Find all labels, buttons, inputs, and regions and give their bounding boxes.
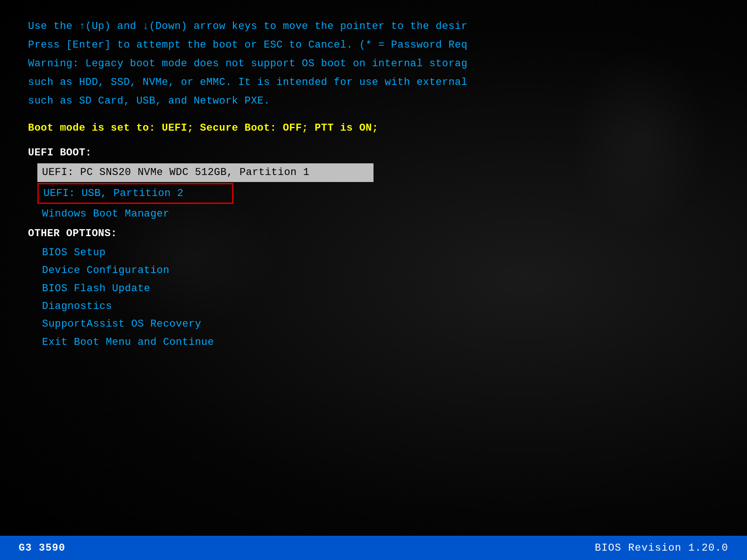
other-options-section: OTHER OPTIONS: BIOS Setup Device Configu… [28, 228, 719, 351]
bios-revision: BIOS Revision 1.20.0 [595, 542, 728, 554]
boot-item-usb[interactable]: UEFI: USB, Partition 2 [37, 183, 233, 204]
info-line-1: Use the ↑(Up) and ↓(Down) arrow keys to … [28, 19, 719, 35]
other-item-bios-flash[interactable]: BIOS Flash Update [37, 280, 719, 298]
info-line-3: Warning: Legacy boot mode does not suppo… [28, 56, 719, 72]
other-item-device-config[interactable]: Device Configuration [37, 262, 719, 280]
other-item-exit-boot[interactable]: Exit Boot Menu and Continue [37, 334, 719, 351]
boot-item-windows[interactable]: Windows Boot Manager [37, 205, 719, 223]
info-line-5: such as SD Card, USB, and Network PXE. [28, 93, 719, 109]
boot-mode-status: Boot mode is set to: UEFI; Secure Boot: … [28, 122, 719, 134]
other-options-list: BIOS Setup Device Configuration BIOS Fla… [37, 244, 719, 351]
uefi-boot-list: UEFI: PC SNS20 NVMe WDC 512GB, Partition… [37, 163, 719, 223]
info-line-2: Press [Enter] to attempt the boot or ESC… [28, 37, 719, 53]
boot-item-row-2: Windows Boot Manager [37, 205, 719, 223]
boot-item-nvme[interactable]: UEFI: PC SNS20 NVMe WDC 512GB, Partition… [37, 163, 374, 182]
device-model: G3 3590 [19, 542, 65, 554]
boot-item-row-0: UEFI: PC SNS20 NVMe WDC 512GB, Partition… [37, 163, 719, 182]
info-text-block: Use the ↑(Up) and ↓(Down) arrow keys to … [28, 19, 719, 109]
uefi-boot-header: UEFI BOOT: [28, 147, 719, 159]
other-item-diagnostics[interactable]: Diagnostics [37, 298, 719, 315]
other-options-header: OTHER OPTIONS: [28, 228, 719, 239]
bios-screen: Use the ↑(Up) and ↓(Down) arrow keys to … [0, 0, 747, 560]
boot-item-row-1: UEFI: USB, Partition 2 [37, 183, 719, 204]
info-line-4: such as HDD, SSD, NVMe, or eMMC. It is i… [28, 75, 719, 91]
other-item-supportassist[interactable]: SupportAssist OS Recovery [37, 315, 719, 333]
bottom-bar: G3 3590 BIOS Revision 1.20.0 [0, 536, 747, 560]
other-item-bios-setup[interactable]: BIOS Setup [37, 244, 719, 262]
